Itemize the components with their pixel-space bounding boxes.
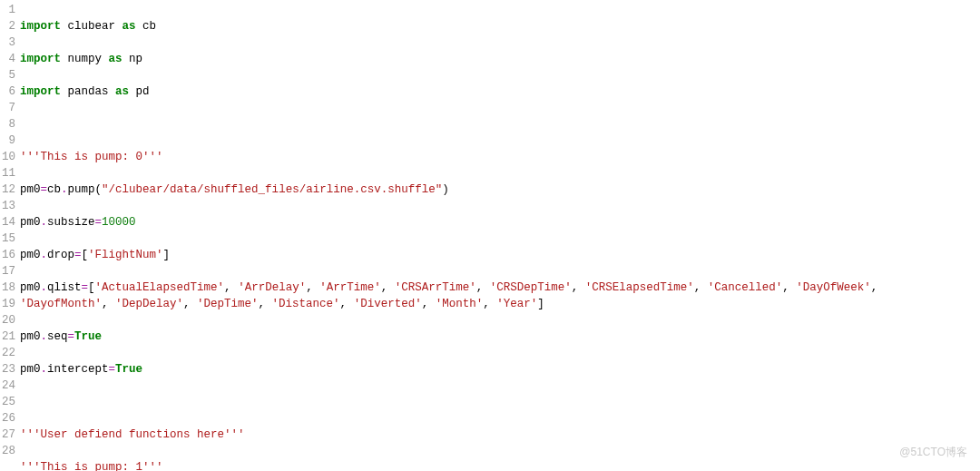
id: drop	[47, 249, 74, 261]
kw-import: import	[20, 20, 61, 33]
code-line: pm0.intercept=True	[20, 361, 980, 378]
line-number: 27	[0, 427, 15, 443]
code-body[interactable]: import clubear as cb import numpy as np …	[20, 2, 980, 471]
id: pm0	[20, 183, 41, 196]
code-line: import pandas as pd	[20, 83, 980, 100]
line-number: 17	[0, 263, 15, 280]
bool: True	[74, 330, 102, 343]
code-editor: 1 2 3 4 5 6 7 8 9 10 11 12 13 14 15 16 1…	[0, 0, 980, 471]
line-number: 16	[0, 247, 15, 263]
code-line: '''This is pump: 0'''	[20, 149, 980, 165]
docstring: '''User defiend functions here'''	[20, 428, 245, 441]
code-line: pm0=cb.pump("/clubear/data/shuffled_file…	[20, 182, 980, 198]
docstring: '''This is pump: 1'''	[20, 461, 163, 471]
id: subsize	[47, 216, 95, 229]
id: qlist	[47, 281, 82, 294]
string: 'FlightNum'	[88, 249, 163, 261]
code-line: pm0.subsize=10000	[20, 214, 980, 231]
id: pm0	[20, 249, 41, 261]
docstring: '''This is pump: 0'''	[20, 151, 163, 163]
id: intercept	[47, 363, 109, 376]
kw-as: as	[122, 20, 136, 33]
line-number: 12	[0, 182, 15, 198]
string: "/clubear/data/shuffled_files/airline.cs…	[102, 183, 442, 196]
line-gutter: 1 2 3 4 5 6 7 8 9 10 11 12 13 14 15 16 1…	[0, 2, 20, 471]
line-number: 10	[0, 149, 15, 165]
line-number: 9	[0, 132, 15, 149]
code-line: '''User defiend functions here'''	[20, 427, 980, 443]
line-number: 3	[0, 34, 15, 51]
line-number: 21	[0, 329, 15, 345]
id: cb	[47, 183, 61, 196]
line-number: 11	[0, 165, 15, 182]
id: pandas	[68, 85, 109, 98]
line-number: 18	[0, 280, 15, 296]
kw-as: as	[115, 85, 129, 98]
line-number: 5	[0, 67, 15, 83]
id: pump	[68, 183, 95, 196]
id: numpy	[68, 53, 103, 65]
line-number: 22	[0, 345, 15, 361]
kw-import: import	[20, 53, 61, 65]
line-number: 25	[0, 394, 15, 410]
line-number: 14	[0, 214, 15, 231]
id: pm0	[20, 363, 41, 376]
id: np	[129, 53, 142, 65]
kw-import: import	[20, 85, 61, 98]
line-number: 24	[0, 378, 15, 394]
id: pm0	[20, 330, 41, 343]
code-line	[20, 394, 980, 410]
line-number: 26	[0, 410, 15, 427]
id: seq	[47, 330, 68, 343]
line-number: 20	[0, 312, 15, 329]
id: pm0	[20, 281, 41, 294]
line-number: 13	[0, 198, 15, 214]
line-number: 7	[0, 100, 15, 116]
id: pm0	[20, 216, 41, 229]
code-line: pm0.drop=['FlightNum']	[20, 247, 980, 263]
kw-as: as	[109, 53, 122, 65]
id: clubear	[68, 20, 116, 33]
id: cb	[142, 20, 156, 33]
line-number: 1	[0, 2, 15, 18]
code-line: pm0.seq=True	[20, 329, 980, 345]
bool: True	[115, 363, 142, 376]
line-number: 28	[0, 443, 15, 459]
code-line: pm0.qlist=['ActualElapsedTime', 'ArrDela…	[20, 280, 980, 312]
code-line: import numpy as np	[20, 51, 980, 67]
line-number: 8	[0, 116, 15, 132]
code-line	[20, 116, 980, 132]
line-number: 6	[0, 83, 15, 100]
code-line: '''This is pump: 1'''	[20, 459, 980, 471]
line-number: 4	[0, 51, 15, 67]
code-line: import clubear as cb	[20, 18, 980, 34]
line-number: 15	[0, 231, 15, 247]
line-number: 2	[0, 18, 15, 34]
line-number: 23	[0, 361, 15, 378]
id: pd	[136, 85, 150, 98]
line-number: 19	[0, 296, 15, 312]
number: 10000	[102, 216, 136, 229]
